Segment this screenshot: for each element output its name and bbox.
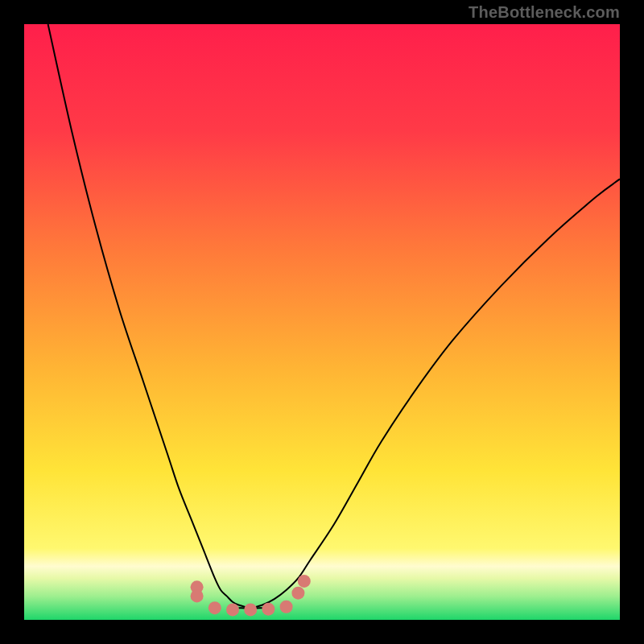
curve-left xyxy=(48,24,262,608)
marker-dots xyxy=(191,575,311,617)
marker-dot xyxy=(262,603,275,616)
curve-right xyxy=(238,179,620,608)
watermark-text: TheBottleneck.com xyxy=(469,3,620,22)
marker-dot xyxy=(298,575,311,588)
plot-frame xyxy=(24,24,620,620)
marker-dot xyxy=(291,587,304,600)
chart-svg xyxy=(24,24,620,620)
marker-dot xyxy=(208,601,221,614)
marker-dot xyxy=(244,603,257,616)
marker-dot xyxy=(280,601,293,613)
marker-dot xyxy=(191,589,204,602)
marker-dot xyxy=(226,603,239,616)
